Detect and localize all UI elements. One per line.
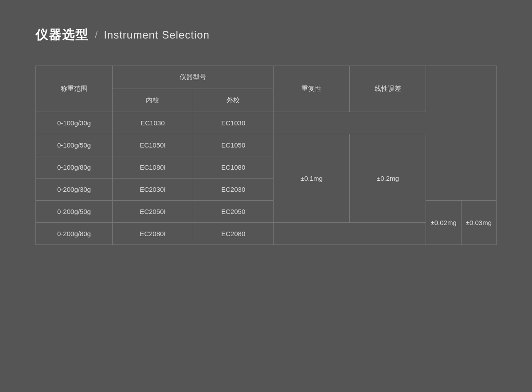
- cell-range: 0-200g/80g: [36, 223, 113, 245]
- cell-outer-model: EC2080: [193, 223, 274, 245]
- table-body: 0-100g/30gEC1030EC10300-100g/50gEC1050IE…: [36, 112, 497, 245]
- col-header-repeatability: 重复性: [274, 66, 350, 112]
- cell-outer-model: EC2030: [193, 179, 274, 201]
- page-container: 仪器选型 / Instrument Selection 称重范围 仪器型号 重复…: [0, 0, 532, 392]
- table-row: 0-100g/30gEC1030EC1030: [36, 112, 497, 134]
- table-row: 0-200g/50gEC2050IEC2050±0.02mg±0.03mg: [36, 201, 497, 223]
- col-header-outer: 外校: [193, 89, 274, 112]
- cell-range: 0-200g/50g: [36, 201, 113, 223]
- cell-range: 0-200g/30g: [36, 179, 113, 201]
- table-row: 0-200g/30gEC2030IEC2030: [36, 179, 497, 201]
- title-english: Instrument Selection: [104, 29, 210, 41]
- page-header: 仪器选型 / Instrument Selection: [35, 27, 497, 43]
- cell-repeatability: ±0.02mg: [426, 201, 461, 245]
- table-row: 0-100g/50gEC1050IEC1050±0.1mg±0.2mg: [36, 134, 497, 156]
- cell-outer-model: EC2050: [193, 201, 274, 223]
- cell-outer-model: EC1030: [193, 112, 274, 134]
- cell-range: 0-100g/50g: [36, 134, 113, 156]
- cell-range: 0-100g/30g: [36, 112, 113, 134]
- cell-inner-model: EC1030: [112, 112, 193, 134]
- cell-inner-model: EC1050I: [112, 134, 193, 156]
- col-header-inner: 内校: [112, 89, 193, 112]
- col-header-linearity: 线性误差: [350, 66, 426, 112]
- col-header-range: 称重范围: [36, 66, 113, 112]
- table-wrapper: 称重范围 仪器型号 重复性 线性误差 内校 外校 0-100g/30gEC103…: [35, 66, 497, 245]
- table-row: 0-100g/80gEC1080IEC1080: [36, 156, 497, 179]
- title-chinese: 仪器选型: [35, 27, 89, 43]
- title-divider: /: [95, 29, 98, 41]
- cell-outer-model: EC1080: [193, 156, 274, 179]
- cell-inner-model: EC2030I: [112, 179, 193, 201]
- cell-inner-model: EC1080I: [112, 156, 193, 179]
- cell-outer-model: EC1050: [193, 134, 274, 156]
- cell-inner-model: EC2080I: [112, 223, 193, 245]
- cell-inner-model: EC2050I: [112, 201, 193, 223]
- col-header-model-group: 仪器型号: [112, 66, 273, 89]
- table-header-row: 称重范围 仪器型号 重复性 线性误差: [36, 66, 497, 89]
- cell-linearity: ±0.2mg: [350, 134, 426, 223]
- instrument-table: 称重范围 仪器型号 重复性 线性误差 内校 外校 0-100g/30gEC103…: [35, 66, 497, 245]
- cell-range: 0-100g/80g: [36, 156, 113, 179]
- cell-linearity: ±0.03mg: [461, 201, 496, 245]
- cell-repeatability: ±0.1mg: [274, 134, 350, 223]
